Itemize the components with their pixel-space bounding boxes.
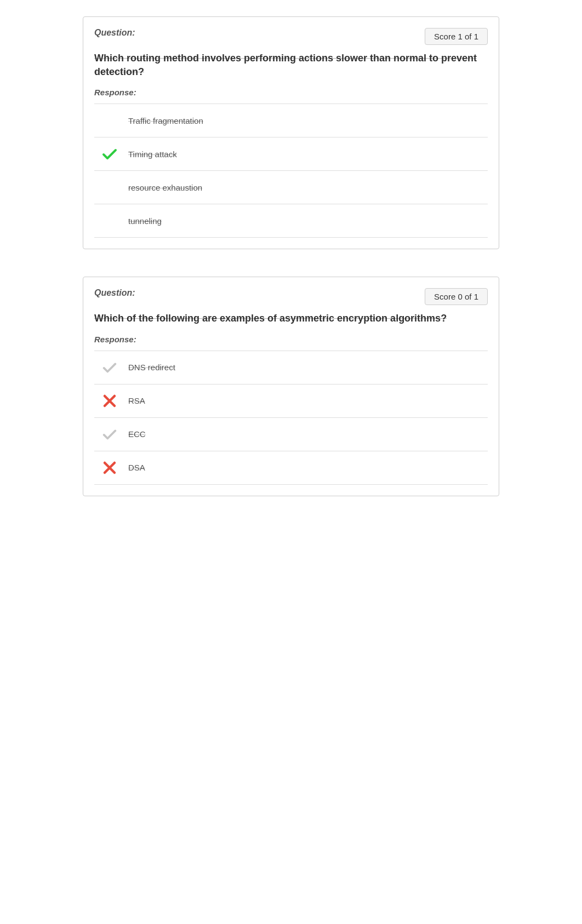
- question-label-1: Question:: [94, 28, 135, 38]
- response-item-1-3: resource exhaustion: [94, 171, 488, 204]
- question-header-1: Question: Score 1 of 1: [94, 28, 488, 45]
- page-container: Question: Score 1 of 1 Which routing met…: [83, 11, 499, 529]
- response-item-2-2: RSA: [94, 384, 488, 418]
- question-block-1: Question: Score 1 of 1 Which routing met…: [83, 16, 499, 249]
- response-item-1-2: Timing attack: [94, 137, 488, 171]
- question-label-2: Question:: [94, 288, 135, 298]
- cross-red-icon-2-2: [100, 391, 119, 411]
- response-text-1-2: Timing attack: [128, 150, 177, 159]
- cross-red-icon-2-4: [100, 458, 119, 478]
- check-green-icon-1-2: [100, 144, 119, 164]
- response-item-1-4: tunneling: [94, 204, 488, 238]
- question-block-2: Question: Score 0 of 1 Which of the foll…: [83, 277, 499, 496]
- response-label-2: Response:: [94, 335, 488, 344]
- response-text-1-4: tunneling: [128, 216, 162, 226]
- response-item-2-4: DSA: [94, 451, 488, 485]
- response-item-1-1: Traffic fragmentation: [94, 104, 488, 137]
- response-text-1-1: Traffic fragmentation: [128, 116, 203, 125]
- score-badge-2: Score 0 of 1: [425, 288, 488, 305]
- score-badge-1: Score 1 of 1: [425, 28, 488, 45]
- no-icon-1-1: [100, 111, 119, 130]
- response-text-2-1: DNS redirect: [128, 363, 175, 372]
- check-gray-icon-2-3: [100, 424, 119, 444]
- response-text-1-3: resource exhaustion: [128, 183, 202, 192]
- check-gray-icon-2-1: [100, 358, 119, 377]
- response-list-1: Traffic fragmentation Timing attack reso…: [94, 104, 488, 238]
- question-text-1: Which routing method involves performing…: [94, 51, 488, 79]
- response-item-2-3: ECC: [94, 418, 488, 451]
- response-text-2-3: ECC: [128, 429, 146, 439]
- response-text-2-2: RSA: [128, 396, 145, 405]
- question-header-2: Question: Score 0 of 1: [94, 288, 488, 305]
- response-item-2-1: DNS redirect: [94, 351, 488, 384]
- no-icon-1-3: [100, 177, 119, 197]
- no-icon-1-4: [100, 211, 119, 231]
- question-text-2: Which of the following are examples of a…: [94, 312, 488, 325]
- response-list-2: DNS redirect RSA ECC: [94, 351, 488, 485]
- response-text-2-4: DSA: [128, 463, 145, 472]
- response-label-1: Response:: [94, 88, 488, 97]
